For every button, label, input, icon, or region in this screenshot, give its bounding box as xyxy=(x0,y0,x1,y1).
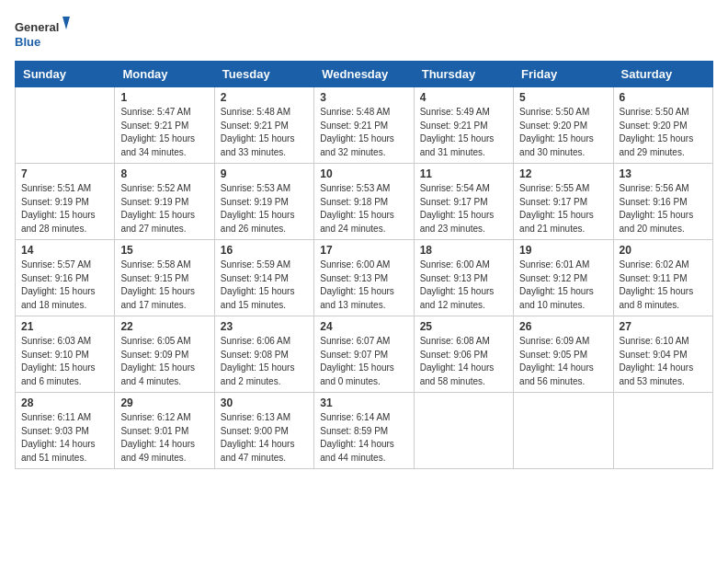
day-number: 12 xyxy=(519,167,607,180)
day-number: 15 xyxy=(120,244,208,257)
weekday-saturday: Saturday xyxy=(613,62,712,87)
day-number: 19 xyxy=(519,244,607,257)
calendar-row-3: 21Sunrise: 6:03 AMSunset: 9:10 PMDayligh… xyxy=(16,316,713,393)
calendar-cell: 14Sunrise: 5:57 AMSunset: 9:16 PMDayligh… xyxy=(16,240,115,316)
cell-content: Sunrise: 6:09 AMSunset: 9:05 PMDaylight:… xyxy=(519,335,607,388)
calendar-row-4: 28Sunrise: 6:11 AMSunset: 9:03 PMDayligh… xyxy=(16,393,713,469)
calendar-cell: 9Sunrise: 5:53 AMSunset: 9:19 PMDaylight… xyxy=(214,164,313,240)
calendar-cell xyxy=(613,393,712,469)
calendar-cell: 2Sunrise: 5:48 AMSunset: 9:21 PMDaylight… xyxy=(214,87,313,164)
calendar-cell: 3Sunrise: 5:48 AMSunset: 9:21 PMDaylight… xyxy=(314,87,414,164)
cell-content: Sunrise: 6:00 AMSunset: 9:13 PMDaylight:… xyxy=(320,259,407,312)
calendar-cell: 27Sunrise: 6:10 AMSunset: 9:04 PMDayligh… xyxy=(613,316,712,393)
cell-content: Sunrise: 6:05 AMSunset: 9:09 PMDaylight:… xyxy=(120,335,208,388)
calendar-cell: 28Sunrise: 6:11 AMSunset: 9:03 PMDayligh… xyxy=(16,393,115,469)
cell-content: Sunrise: 6:03 AMSunset: 9:10 PMDaylight:… xyxy=(21,335,108,388)
calendar-cell: 21Sunrise: 6:03 AMSunset: 9:10 PMDayligh… xyxy=(16,316,115,393)
day-number: 22 xyxy=(120,320,208,333)
day-number: 11 xyxy=(420,167,507,180)
cell-content: Sunrise: 5:54 AMSunset: 9:17 PMDaylight:… xyxy=(420,182,507,236)
calendar-cell: 4Sunrise: 5:49 AMSunset: 9:21 PMDaylight… xyxy=(414,87,513,164)
day-number: 18 xyxy=(420,244,507,257)
calendar-cell: 10Sunrise: 5:53 AMSunset: 9:18 PMDayligh… xyxy=(314,164,414,240)
calendar-cell: 24Sunrise: 6:07 AMSunset: 9:07 PMDayligh… xyxy=(314,316,414,393)
calendar-cell: 5Sunrise: 5:50 AMSunset: 9:20 PMDaylight… xyxy=(514,87,613,164)
calendar-cell xyxy=(514,393,613,469)
day-number: 10 xyxy=(320,167,407,180)
calendar-cell: 15Sunrise: 5:58 AMSunset: 9:15 PMDayligh… xyxy=(115,240,214,316)
day-number: 27 xyxy=(620,320,707,333)
cell-content: Sunrise: 5:50 AMSunset: 9:20 PMDaylight:… xyxy=(519,106,607,159)
calendar-cell: 1Sunrise: 5:47 AMSunset: 9:21 PMDaylight… xyxy=(115,87,214,164)
calendar-row-0: 1Sunrise: 5:47 AMSunset: 9:21 PMDaylight… xyxy=(16,87,713,164)
day-number: 5 xyxy=(519,91,607,104)
day-number: 30 xyxy=(221,396,308,409)
day-number: 14 xyxy=(21,244,108,257)
cell-content: Sunrise: 5:50 AMSunset: 9:20 PMDaylight:… xyxy=(620,106,707,159)
cell-content: Sunrise: 6:12 AMSunset: 9:01 PMDaylight:… xyxy=(120,411,208,465)
cell-content: Sunrise: 6:11 AMSunset: 9:03 PMDaylight:… xyxy=(21,411,108,465)
day-number: 1 xyxy=(120,91,208,104)
weekday-wednesday: Wednesday xyxy=(314,62,414,87)
cell-content: Sunrise: 5:47 AMSunset: 9:21 PMDaylight:… xyxy=(120,106,208,159)
calendar-cell: 13Sunrise: 5:56 AMSunset: 9:16 PMDayligh… xyxy=(613,164,712,240)
day-number: 2 xyxy=(221,91,308,104)
weekday-thursday: Thursday xyxy=(414,62,513,87)
calendar-table: SundayMondayTuesdayWednesdayThursdayFrid… xyxy=(15,61,713,469)
day-number: 26 xyxy=(519,320,607,333)
cell-content: Sunrise: 6:01 AMSunset: 9:12 PMDaylight:… xyxy=(519,259,607,312)
cell-content: Sunrise: 5:56 AMSunset: 9:16 PMDaylight:… xyxy=(620,182,707,236)
header: General Blue xyxy=(15,15,713,52)
calendar-cell: 19Sunrise: 6:01 AMSunset: 9:12 PMDayligh… xyxy=(514,240,613,316)
weekday-header-row: SundayMondayTuesdayWednesdayThursdayFrid… xyxy=(16,62,713,87)
calendar-cell: 12Sunrise: 5:55 AMSunset: 9:17 PMDayligh… xyxy=(514,164,613,240)
cell-content: Sunrise: 5:52 AMSunset: 9:19 PMDaylight:… xyxy=(120,182,208,236)
calendar-cell: 29Sunrise: 6:12 AMSunset: 9:01 PMDayligh… xyxy=(115,393,214,469)
calendar-cell: 7Sunrise: 5:51 AMSunset: 9:19 PMDaylight… xyxy=(16,164,115,240)
cell-content: Sunrise: 6:10 AMSunset: 9:04 PMDaylight:… xyxy=(620,335,707,388)
day-number: 25 xyxy=(420,320,507,333)
cell-content: Sunrise: 6:08 AMSunset: 9:06 PMDaylight:… xyxy=(420,335,507,388)
day-number: 9 xyxy=(221,167,308,180)
cell-content: Sunrise: 5:53 AMSunset: 9:18 PMDaylight:… xyxy=(320,182,407,236)
cell-content: Sunrise: 6:02 AMSunset: 9:11 PMDaylight:… xyxy=(620,259,707,312)
calendar-cell: 20Sunrise: 6:02 AMSunset: 9:11 PMDayligh… xyxy=(613,240,712,316)
weekday-tuesday: Tuesday xyxy=(214,62,313,87)
cell-content: Sunrise: 5:55 AMSunset: 9:17 PMDaylight:… xyxy=(519,182,607,236)
weekday-friday: Friday xyxy=(514,62,613,87)
day-number: 17 xyxy=(320,244,407,257)
calendar-cell: 6Sunrise: 5:50 AMSunset: 9:20 PMDaylight… xyxy=(613,87,712,164)
calendar-cell: 25Sunrise: 6:08 AMSunset: 9:06 PMDayligh… xyxy=(414,316,513,393)
calendar-cell: 18Sunrise: 6:00 AMSunset: 9:13 PMDayligh… xyxy=(414,240,513,316)
day-number: 29 xyxy=(120,396,208,409)
cell-content: Sunrise: 5:59 AMSunset: 9:14 PMDaylight:… xyxy=(221,259,308,312)
day-number: 28 xyxy=(21,396,108,409)
calendar-cell: 8Sunrise: 5:52 AMSunset: 9:19 PMDaylight… xyxy=(115,164,214,240)
calendar-row-2: 14Sunrise: 5:57 AMSunset: 9:16 PMDayligh… xyxy=(16,240,713,316)
day-number: 6 xyxy=(620,91,707,104)
cell-content: Sunrise: 5:57 AMSunset: 9:16 PMDaylight:… xyxy=(21,259,108,312)
calendar-cell xyxy=(414,393,513,469)
logo: General Blue xyxy=(15,15,70,52)
day-number: 13 xyxy=(620,167,707,180)
calendar-cell: 16Sunrise: 5:59 AMSunset: 9:14 PMDayligh… xyxy=(214,240,313,316)
cell-content: Sunrise: 6:14 AMSunset: 8:59 PMDaylight:… xyxy=(320,411,407,465)
day-number: 21 xyxy=(21,320,108,333)
cell-content: Sunrise: 5:51 AMSunset: 9:19 PMDaylight:… xyxy=(21,182,108,236)
day-number: 16 xyxy=(221,244,308,257)
cell-content: Sunrise: 6:13 AMSunset: 9:00 PMDaylight:… xyxy=(221,411,308,465)
day-number: 20 xyxy=(620,244,707,257)
calendar-cell xyxy=(16,87,115,164)
cell-content: Sunrise: 5:48 AMSunset: 9:21 PMDaylight:… xyxy=(320,106,407,159)
weekday-sunday: Sunday xyxy=(16,62,115,87)
cell-content: Sunrise: 5:49 AMSunset: 9:21 PMDaylight:… xyxy=(420,106,507,159)
cell-content: Sunrise: 6:00 AMSunset: 9:13 PMDaylight:… xyxy=(420,259,507,312)
svg-text:Blue: Blue xyxy=(15,35,40,49)
calendar-cell: 17Sunrise: 6:00 AMSunset: 9:13 PMDayligh… xyxy=(314,240,414,316)
calendar-cell: 22Sunrise: 6:05 AMSunset: 9:09 PMDayligh… xyxy=(115,316,214,393)
cell-content: Sunrise: 5:48 AMSunset: 9:21 PMDaylight:… xyxy=(221,106,308,159)
calendar-cell: 11Sunrise: 5:54 AMSunset: 9:17 PMDayligh… xyxy=(414,164,513,240)
calendar-cell: 23Sunrise: 6:06 AMSunset: 9:08 PMDayligh… xyxy=(214,316,313,393)
cell-content: Sunrise: 5:53 AMSunset: 9:19 PMDaylight:… xyxy=(221,182,308,236)
calendar-row-1: 7Sunrise: 5:51 AMSunset: 9:19 PMDaylight… xyxy=(16,164,713,240)
